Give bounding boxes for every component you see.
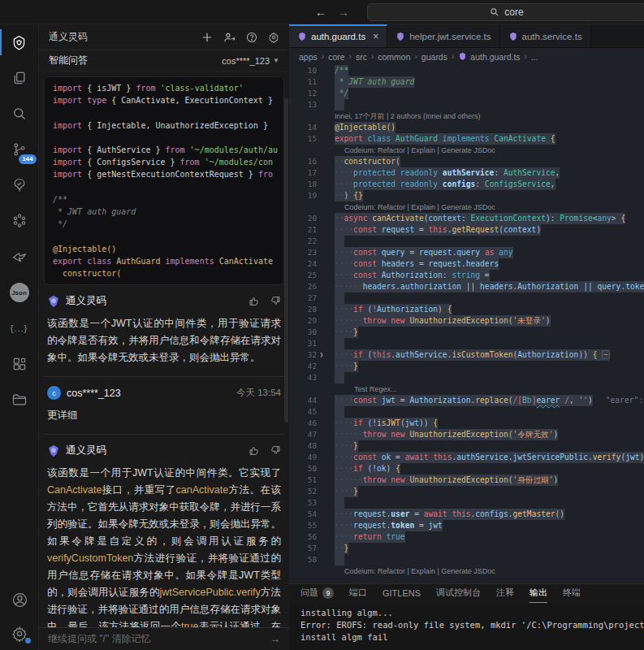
thumbs-up-icon[interactable] xyxy=(249,296,259,306)
typescript-file-icon xyxy=(508,32,518,41)
activity-tree-check-icon[interactable] xyxy=(0,167,39,203)
code-line xyxy=(53,181,275,193)
bottom-panel-tabs: 问题9端口GITLENS调试控制台注释输出终端 xyxy=(289,583,644,603)
nav-forward-icon[interactable]: → xyxy=(338,6,349,19)
code-line: 58 xyxy=(289,554,644,566)
code-line: import { AuthService } from '~/modules/a… xyxy=(53,144,275,156)
typescript-file-icon xyxy=(297,32,307,41)
chat-input[interactable]: 继续提问或 "/" 清除记忆 → xyxy=(39,627,289,650)
user-message-text: 更详细 xyxy=(47,407,281,424)
code-line: 10/** xyxy=(289,65,644,76)
panel-tab-终端[interactable]: 终端 xyxy=(563,584,581,604)
code-line: 19··) {} xyxy=(289,190,644,202)
codelens-text[interactable]: Codeium: Refactor | Explain | Generate J… xyxy=(335,566,495,577)
breadcrumb-item-core[interactable]: core xyxy=(328,52,344,62)
activity-origami-icon[interactable] xyxy=(0,239,39,275)
account-dropdown[interactable]: cos****_123▼ xyxy=(222,56,279,66)
panel-tab-问题[interactable]: 问题9 xyxy=(300,584,334,604)
assistant-message-text: 该函数是一个用于JWT认证的中间件类。它实现了CanActivate接口，并重写… xyxy=(47,465,281,627)
new-chat-icon[interactable] xyxy=(201,32,213,43)
thumbs-up-icon[interactable] xyxy=(249,445,259,456)
code-line: 21····const request = this.getRequest(co… xyxy=(289,224,644,236)
code-line: 46····if (!isJWT(jwt)) { xyxy=(289,418,644,429)
code-line: 51······throw new UnauthorizedException(… xyxy=(289,474,644,486)
code-line: import { isJWT } from 'class-validator' xyxy=(53,82,275,94)
settings-gear-icon[interactable] xyxy=(0,618,39,650)
tab-auth.service.ts[interactable]: auth.service.ts xyxy=(500,24,591,47)
breadcrumb-item-apps[interactable]: apps xyxy=(299,52,318,62)
breadcrumb-item-common[interactable]: common xyxy=(378,52,410,62)
activity-braces-icon[interactable]: {...} xyxy=(0,310,39,346)
editor-tab-bar: auth.guard.ts×helper.jwt.service.tsauth.… xyxy=(289,24,644,48)
fold-chevron-icon[interactable]: ❯ xyxy=(317,349,326,361)
code-line: 56····return true xyxy=(289,531,644,543)
search-icon xyxy=(490,7,499,17)
code-editor[interactable]: 10/**11 * JWT auth guard12 */13 Innei, 1… xyxy=(289,65,644,583)
codelens-row: Test Regex... xyxy=(289,384,644,395)
breadcrumb-item-guards[interactable]: guards xyxy=(421,52,447,62)
activity-explorer-icon[interactable] xyxy=(0,60,39,96)
code-line: 14@Injectable() xyxy=(289,122,644,133)
panel-tab-输出[interactable]: 输出 xyxy=(529,584,547,604)
activity-lingma-icon[interactable] xyxy=(0,24,39,60)
code-line: 17····protected readonly authService: Au… xyxy=(289,167,644,179)
code-line: * JWT auth guard xyxy=(53,206,275,218)
chat-scrollbar[interactable] xyxy=(284,98,288,422)
breadcrumb: apps›core›src›common›guards›auth.guard.t… xyxy=(289,48,644,65)
chat-settings-gear-icon[interactable] xyxy=(268,32,279,43)
codelens-text[interactable]: Test Regex... xyxy=(335,384,397,395)
tab-helper.jwt.service.ts[interactable]: helper.jwt.service.ts xyxy=(387,24,499,47)
output-console[interactable]: installing algm...Error: EROFS: read-onl… xyxy=(289,603,644,650)
code-line: import { ConfigsService } from '~/module… xyxy=(53,156,275,168)
panel-tab-调试控制台[interactable]: 调试控制台 xyxy=(436,584,481,604)
code-line: constructor( xyxy=(53,267,275,280)
user-name: cos****_123 xyxy=(67,388,121,399)
thumbs-down-icon[interactable] xyxy=(270,296,281,306)
activity-search-icon[interactable] xyxy=(0,96,39,132)
breadcrumb-item-auth.guard.ts[interactable]: auth.guard.ts xyxy=(458,52,520,62)
thumbs-down-icon[interactable] xyxy=(270,445,281,456)
code-line: 54····request.user = await this.configs.… xyxy=(289,509,644,520)
code-line: 22 xyxy=(289,236,644,247)
nav-back-icon[interactable]: ← xyxy=(315,6,326,19)
code-line xyxy=(53,132,275,144)
close-tab-icon[interactable]: × xyxy=(373,31,378,42)
activity-json-icon[interactable]: Json xyxy=(0,275,39,310)
send-icon[interactable]: → xyxy=(270,633,280,645)
activity-source-control-icon[interactable]: 144 xyxy=(0,132,39,167)
chat-message-assistant-1: 通义灵码 该函数是一个JWT认证的中间件类，用于验证请求的令牌是否有效，并将用户… xyxy=(44,285,284,376)
code-line: 30····} xyxy=(289,327,644,338)
command-search-box[interactable]: core xyxy=(367,3,644,21)
code-line: 11 * JWT auth guard xyxy=(289,76,644,88)
activity-folder-icon[interactable] xyxy=(0,382,39,418)
chat-input-placeholder: 继续提问或 "/" 清除记忆 xyxy=(48,632,151,646)
share-profile-icon[interactable] xyxy=(223,32,236,43)
activity-blocks-icon[interactable] xyxy=(0,346,39,382)
codelens-row: Codeium: Refactor | Explain | Generate J… xyxy=(289,202,644,213)
code-line: 28····if (!Authorization) { xyxy=(289,304,644,315)
panel-tab-GITLENS[interactable]: GITLENS xyxy=(383,584,421,604)
code-line xyxy=(53,230,275,242)
codelens-text[interactable]: Codeium: Refactor | Explain | Generate J… xyxy=(335,202,495,213)
help-icon[interactable] xyxy=(246,32,257,43)
codelens-text[interactable]: Innei, 17个月前 | 2 authors (Innei and othe… xyxy=(335,110,480,122)
account-icon[interactable] xyxy=(0,582,39,618)
code-line xyxy=(53,106,275,119)
code-line: 45 xyxy=(289,406,644,418)
tab-auth.guard.ts[interactable]: auth.guard.ts× xyxy=(289,24,387,47)
code-line: import { Injectable, UnauthorizedExcepti… xyxy=(53,119,275,132)
code-line: */ xyxy=(53,218,275,230)
activity-bar: 144 Json {...} xyxy=(0,24,39,650)
activity-hex-dots-icon[interactable] xyxy=(0,203,39,239)
panel-tab-端口[interactable]: 端口 xyxy=(349,584,367,604)
chat-message-list[interactable]: import { isJWT } from 'class-validator'i… xyxy=(39,72,289,627)
breadcrumb-item-...[interactable]: ... xyxy=(531,52,538,62)
code-line: 16··constructor( xyxy=(289,156,644,167)
code-line: 42····} xyxy=(289,361,644,372)
codelens-text[interactable]: Codeium: Refactor | Explain | Generate J… xyxy=(335,145,495,156)
code-line: 27 xyxy=(289,292,644,304)
problems-count-badge: 9 xyxy=(322,587,334,599)
panel-tab-注释[interactable]: 注释 xyxy=(496,584,514,604)
lingma-chat-panel: 通义灵码 智能问答 cos****_123▼ import { isJWT } … xyxy=(39,24,289,650)
breadcrumb-item-src[interactable]: src xyxy=(356,52,367,62)
